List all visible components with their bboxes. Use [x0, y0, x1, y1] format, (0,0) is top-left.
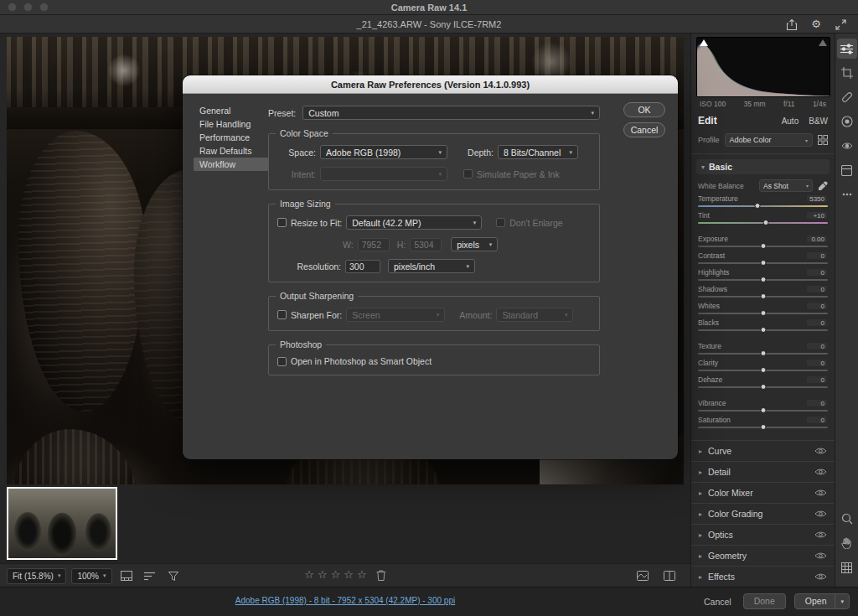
zoom-level-select[interactable]: 100% ▾: [71, 568, 111, 584]
trash-icon[interactable]: [377, 570, 386, 581]
sort-order-icon[interactable]: [141, 567, 159, 584]
slider-value[interactable]: 0: [806, 318, 828, 327]
section-effects[interactable]: ▸ Effects: [691, 566, 835, 587]
units-select[interactable]: pixels ▾: [451, 237, 498, 251]
section-curve[interactable]: ▸ Curve: [691, 440, 835, 461]
slider-thumb[interactable]: [760, 277, 766, 282]
presets-panel-icon[interactable]: [837, 160, 857, 180]
tab-raw-defaults[interactable]: Raw Defaults: [194, 144, 269, 158]
masking-tool-icon[interactable]: [837, 111, 857, 132]
settings-gear-icon[interactable]: ⚙: [811, 18, 821, 31]
dialog-cancel-button[interactable]: Cancel: [623, 122, 665, 137]
cancel-button[interactable]: Cancel: [700, 597, 735, 607]
slider-value[interactable]: 0: [806, 359, 828, 367]
profile-browser-icon[interactable]: [818, 135, 828, 145]
eye-icon[interactable]: [814, 572, 827, 581]
open-smart-object-checkbox[interactable]: [277, 357, 287, 366]
eye-icon[interactable]: [814, 510, 827, 518]
fit-zoom-select[interactable]: Fit (15.8%) ▾: [7, 568, 66, 584]
section-color-mixer[interactable]: ▸ Color Mixer: [691, 482, 835, 503]
shadow-clipping-icon[interactable]: [700, 39, 708, 46]
tab-performance[interactable]: Performance: [194, 131, 269, 144]
eye-icon[interactable]: [814, 551, 827, 560]
slider-value[interactable]: 0: [806, 342, 828, 350]
white-balance-select[interactable]: As Shot ▾: [759, 179, 813, 192]
slider-thumb[interactable]: [760, 243, 766, 249]
slider-value[interactable]: 0: [806, 251, 828, 260]
tab-workflow[interactable]: Workflow: [194, 158, 269, 171]
section-optics[interactable]: ▸ Optics: [691, 524, 835, 545]
filmstrip-toggle-icon[interactable]: [117, 567, 136, 584]
slider-value[interactable]: 0: [806, 285, 828, 293]
sharpen-for-checkbox[interactable]: [277, 310, 287, 319]
resolution-units-select[interactable]: pixels/inch ▾: [388, 259, 475, 273]
slider-thumb[interactable]: [760, 293, 766, 299]
resize-to-fit-checkbox[interactable]: [277, 218, 287, 227]
close-button[interactable]: [8, 3, 17, 12]
slider-thumb[interactable]: [760, 310, 766, 316]
slider-thumb[interactable]: [760, 350, 766, 356]
resolution-input[interactable]: [345, 260, 380, 273]
edit-tool-icon[interactable]: [837, 39, 857, 59]
maximize-button[interactable]: [39, 3, 49, 12]
slider-value[interactable]: 0.00: [806, 235, 828, 243]
export-icon[interactable]: [783, 16, 801, 33]
crop-tool-icon[interactable]: [837, 63, 857, 83]
grid-view-icon[interactable]: [837, 557, 857, 577]
eye-icon[interactable]: [814, 447, 827, 455]
ok-button[interactable]: OK: [623, 102, 665, 117]
histogram[interactable]: [696, 37, 830, 97]
star-icon[interactable]: ☆: [357, 568, 367, 582]
slider-value[interactable]: 0: [806, 268, 828, 277]
eye-icon[interactable]: [814, 468, 827, 476]
highlight-clipping-icon[interactable]: [819, 39, 827, 46]
slider-value[interactable]: 0: [806, 399, 828, 407]
slider-thumb[interactable]: [760, 384, 766, 390]
eye-icon[interactable]: [814, 489, 827, 497]
filmstrip-thumbnail-selected[interactable]: [7, 487, 117, 560]
star-icon[interactable]: ☆: [318, 568, 328, 582]
slider-thumb[interactable]: [760, 407, 766, 413]
minimize-button[interactable]: [23, 3, 33, 12]
more-options-icon[interactable]: [837, 184, 857, 204]
zoom-tool-icon[interactable]: [837, 509, 857, 529]
star-icon[interactable]: ☆: [331, 568, 341, 582]
bw-button[interactable]: B&W: [809, 116, 828, 126]
slider-thumb[interactable]: [760, 367, 766, 373]
slider-thumb[interactable]: [760, 260, 766, 266]
resize-preset-select[interactable]: Default (42.2 MP) ▾: [346, 215, 482, 230]
tab-file-handling[interactable]: File Handling: [194, 117, 269, 131]
section-detail[interactable]: ▸ Detail: [691, 461, 835, 482]
healing-tool-icon[interactable]: [837, 87, 857, 107]
slider-thumb[interactable]: [755, 203, 761, 209]
slider-value[interactable]: 0: [806, 302, 828, 310]
workflow-settings-link[interactable]: Adobe RGB (1998) - 8 bit - 7952 x 5304 (…: [0, 596, 690, 605]
slider-thumb[interactable]: [760, 424, 766, 430]
tab-general[interactable]: General: [194, 104, 269, 117]
basic-section-header[interactable]: ▾ Basic: [696, 159, 830, 174]
space-select[interactable]: Adobe RGB (1998) ▾: [320, 145, 447, 159]
slider-value[interactable]: 0: [806, 416, 828, 424]
filter-icon[interactable]: [164, 567, 183, 584]
red-eye-tool-icon[interactable]: [837, 136, 857, 156]
width-input[interactable]: [358, 238, 390, 251]
preset-select[interactable]: Custom ▾: [302, 106, 600, 120]
height-input[interactable]: [410, 238, 442, 251]
hand-tool-icon[interactable]: [837, 533, 857, 553]
eye-icon[interactable]: [814, 531, 827, 539]
preview-image-icon[interactable]: [633, 567, 652, 584]
slider-thumb[interactable]: [760, 327, 766, 333]
open-button[interactable]: Open ▾: [794, 593, 850, 609]
star-icon[interactable]: ☆: [304, 568, 314, 582]
profile-select[interactable]: Adobe Color ▾: [725, 133, 813, 147]
fullscreen-icon[interactable]: [831, 16, 850, 33]
slider-value[interactable]: 0: [806, 375, 828, 384]
eyedropper-icon[interactable]: [818, 181, 828, 191]
done-button[interactable]: Done: [743, 593, 786, 609]
slider-value[interactable]: +10: [806, 211, 828, 220]
star-icon[interactable]: ☆: [344, 568, 354, 582]
section-geometry[interactable]: ▸ Geometry: [691, 545, 835, 566]
depth-select[interactable]: 8 Bits/Channel ▾: [498, 145, 578, 159]
section-color-grading[interactable]: ▸ Color Grading: [691, 503, 835, 524]
slider-thumb[interactable]: [762, 220, 768, 225]
